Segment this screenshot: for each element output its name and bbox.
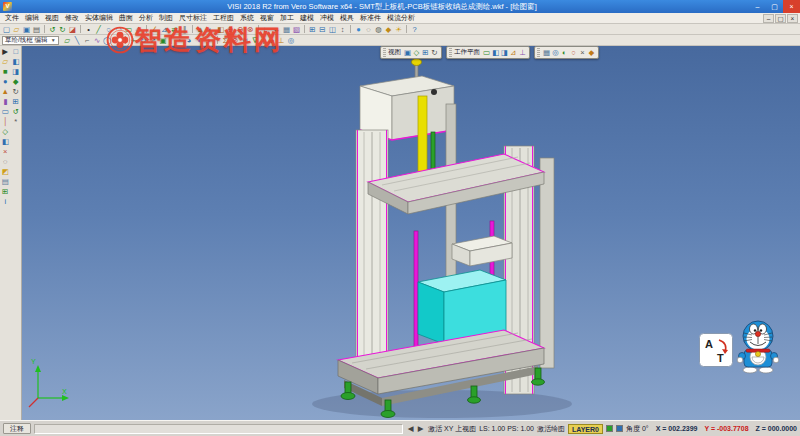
boolean-subtract-icon[interactable]: ⊖ <box>236 25 245 34</box>
point-icon[interactable]: • <box>84 25 93 34</box>
zoom-window-icon[interactable]: ⊞ <box>11 97 20 106</box>
menu-item-4[interactable]: 修改 <box>62 13 82 23</box>
sketch-plane-icon[interactable]: ▱ <box>63 36 72 45</box>
menu-item-6[interactable]: 曲面 <box>116 13 136 23</box>
snap-quad-icon[interactable]: ◆ <box>587 48 596 57</box>
menu-item-18[interactable]: 模流分析 <box>384 13 418 23</box>
snap-intersect-icon[interactable]: × <box>578 48 587 57</box>
arc-icon[interactable]: ◠ <box>114 25 123 34</box>
menu-item-9[interactable]: 尺寸标注 <box>176 13 210 23</box>
boolean-intersect-icon[interactable]: ⊗ <box>246 25 255 34</box>
menu-item-16[interactable]: 模具 <box>337 13 357 23</box>
angle-icon[interactable]: ∠ <box>150 25 159 34</box>
shell-icon[interactable]: ◧ <box>216 25 225 34</box>
menu-item-7[interactable]: 分析 <box>136 13 156 23</box>
save-icon[interactable]: ▣ <box>22 25 31 34</box>
axis-icon[interactable]: │ <box>1 117 10 126</box>
snap-icon[interactable]: ◎ <box>287 36 296 45</box>
curvature-icon[interactable]: ≋ <box>241 36 250 45</box>
dimension-icon[interactable]: ↔ <box>272 25 281 34</box>
hide-icon[interactable]: ◌ <box>1 157 10 166</box>
extrude-icon[interactable]: ▲ <box>196 25 205 34</box>
cone-icon[interactable]: ▲ <box>1 87 10 96</box>
grid-icon[interactable]: ▦ <box>282 25 291 34</box>
zoom-in-icon[interactable]: ⊞ <box>308 25 317 34</box>
loft-icon[interactable]: ◕ <box>185 36 194 45</box>
mirror-icon[interactable]: ⇄ <box>170 25 179 34</box>
redo-icon[interactable]: ↻ <box>58 25 67 34</box>
rotate-icon[interactable]: ↻ <box>139 36 148 45</box>
view-shaded-icon[interactable]: ▣ <box>403 48 412 57</box>
view-rotate-icon[interactable]: ↻ <box>430 48 439 57</box>
open-folder-icon[interactable]: ▱ <box>12 25 21 34</box>
view-top-icon[interactable]: □ <box>11 47 20 56</box>
folder-icon[interactable]: ▱ <box>1 57 10 66</box>
edit-icon[interactable]: ◧ <box>1 137 10 146</box>
print-icon[interactable]: ▤ <box>32 25 41 34</box>
layer-indicator[interactable]: LAYER0 <box>568 424 603 434</box>
new-file-icon[interactable]: ▢ <box>2 25 11 34</box>
menu-item-13[interactable]: 加工 <box>277 13 297 23</box>
drag-handle-icon[interactable] <box>537 48 540 57</box>
delete-entity-icon[interactable]: × <box>1 147 10 156</box>
menu-item-14[interactable]: 建模 <box>297 13 317 23</box>
status-color-chip-blue[interactable] <box>616 425 623 432</box>
cube-icon[interactable]: ■ <box>1 67 10 76</box>
menu-item-10[interactable]: 工程图 <box>210 13 237 23</box>
shaded-view-icon[interactable]: ● <box>354 25 363 34</box>
next-view-icon[interactable]: ▶ <box>416 424 425 433</box>
snap-grid-icon[interactable]: ▦ <box>542 48 551 57</box>
analyze-icon[interactable]: Σ <box>221 36 230 45</box>
section-icon[interactable]: ⊘ <box>231 36 240 45</box>
child-close-button[interactable]: × <box>787 14 798 23</box>
view-iso-icon[interactable]: ◆ <box>11 77 20 86</box>
line-icon[interactable]: ╱ <box>94 25 103 34</box>
info-icon[interactable]: i <box>1 197 10 206</box>
view-side-icon[interactable]: ◨ <box>11 67 20 76</box>
menu-item-17[interactable]: 标准件 <box>357 13 384 23</box>
menu-item-12[interactable]: 视窗 <box>257 13 277 23</box>
color-icon[interactable]: ◩ <box>1 167 10 176</box>
undo-icon[interactable]: ↺ <box>48 25 57 34</box>
ucs-icon[interactable]: ⊥ <box>277 36 286 45</box>
drag-handle-icon[interactable] <box>383 48 386 57</box>
sweep-icon[interactable]: ◖ <box>195 36 204 45</box>
snap-center-icon[interactable]: ○ <box>569 48 578 57</box>
view-front-icon[interactable]: ◧ <box>11 57 20 66</box>
circle-icon[interactable]: ○ <box>104 25 113 34</box>
erase-icon[interactable]: ◪ <box>68 25 77 34</box>
pan-icon[interactable]: ↕ <box>338 25 347 34</box>
workplane-icon[interactable]: ▰ <box>267 36 276 45</box>
boolean-union-icon[interactable]: ⊕ <box>226 25 235 34</box>
menu-item-8[interactable]: 制图 <box>156 13 176 23</box>
wp-yz-icon[interactable]: ◨ <box>500 48 509 57</box>
wp-xz-icon[interactable]: ◧ <box>491 48 500 57</box>
material-icon[interactable]: ◆ <box>384 25 393 34</box>
light-icon[interactable]: ☀ <box>394 25 403 34</box>
wp-3point-icon[interactable]: ⊿ <box>509 48 518 57</box>
wp-xy-icon[interactable]: ▭ <box>482 48 491 57</box>
offset-icon[interactable]: ∥ <box>180 25 189 34</box>
polygon-icon[interactable]: ◇ <box>134 25 143 34</box>
child-minimize-button[interactable]: – <box>763 14 774 23</box>
rectangle-icon[interactable]: ▭ <box>124 25 133 34</box>
drag-handle-icon[interactable] <box>449 48 452 57</box>
menu-item-15[interactable]: 冲模 <box>317 13 337 23</box>
rotate-view-icon[interactable]: ↻ <box>11 87 20 96</box>
prev-view-icon[interactable]: ◀ <box>406 424 415 433</box>
ellipse-icon[interactable]: ◯ <box>103 36 112 45</box>
fillet-icon[interactable]: ◝ <box>113 36 122 45</box>
measure-icon[interactable]: ∟ <box>262 25 271 34</box>
layers-icon[interactable]: ▧ <box>292 25 301 34</box>
layer-icon[interactable]: ▤ <box>1 177 10 186</box>
scale-icon[interactable]: ↗ <box>149 36 158 45</box>
revolve-icon[interactable]: ◐ <box>206 25 215 34</box>
menu-item-2[interactable]: 编辑 <box>22 13 42 23</box>
viewport-3d[interactable]: 视图▣◇⊞↻工作平面▭◧◨⊿⊥▦◎◐○×◆ <box>22 46 800 420</box>
zoom-fit-icon[interactable]: ◫ <box>328 25 337 34</box>
sketch-mode-select[interactable]: 草绘/线框 编辑 ▼ <box>2 36 59 45</box>
menu-item-1[interactable]: 文件 <box>2 13 22 23</box>
zoom-out-icon[interactable]: ⊟ <box>318 25 327 34</box>
sphere-icon[interactable]: ● <box>1 77 10 86</box>
line-tool-icon[interactable]: ╲ <box>73 36 82 45</box>
